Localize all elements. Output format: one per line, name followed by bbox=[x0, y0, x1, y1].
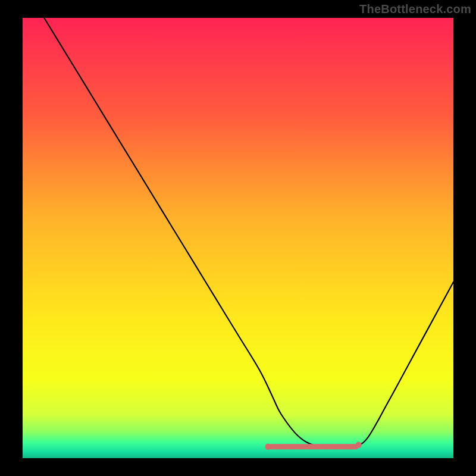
plot-background bbox=[23, 18, 453, 458]
watermark-text: TheBottleneck.com bbox=[359, 2, 471, 16]
svg-point-2 bbox=[274, 444, 279, 449]
bottleneck-chart bbox=[0, 0, 476, 476]
svg-point-4 bbox=[290, 444, 296, 449]
svg-point-7 bbox=[315, 444, 321, 449]
svg-point-12 bbox=[265, 444, 271, 450]
svg-point-8 bbox=[324, 444, 329, 449]
svg-point-10 bbox=[340, 444, 346, 449]
svg-point-5 bbox=[299, 444, 304, 449]
svg-point-11 bbox=[349, 444, 354, 449]
svg-point-9 bbox=[332, 444, 337, 449]
svg-point-13 bbox=[356, 442, 362, 448]
chart-frame: TheBottleneck.com bbox=[0, 0, 476, 476]
svg-point-3 bbox=[282, 444, 287, 449]
svg-point-6 bbox=[307, 444, 312, 449]
